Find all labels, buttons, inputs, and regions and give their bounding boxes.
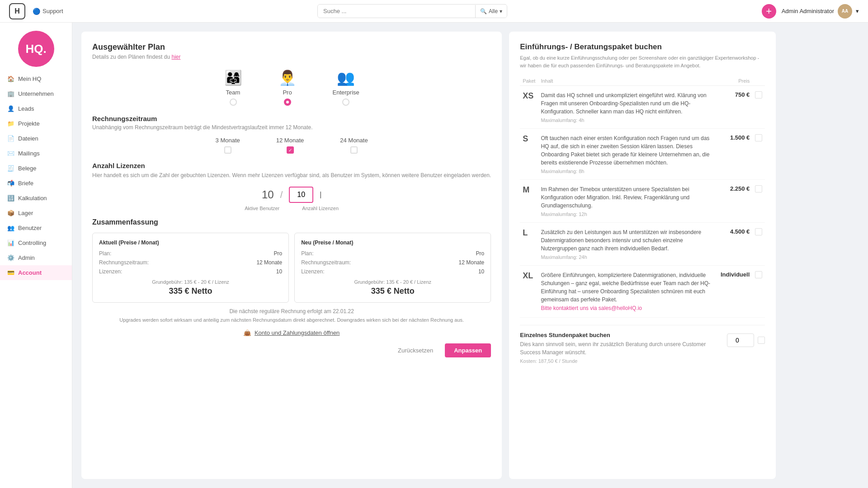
warehouse-icon: 📦	[7, 210, 14, 216]
sidebar-item-belege[interactable]: 🧾 Belege	[0, 161, 72, 176]
plan-option-team[interactable]: 👨‍👩‍👧 Team	[224, 69, 242, 106]
sidebar-item-admin[interactable]: ⚙️ Admin	[0, 250, 72, 265]
new-licenses-label: Lizenzen:	[301, 268, 324, 275]
plan-team-label: Team	[226, 89, 241, 96]
sidebar-item-kalkulation[interactable]: 🔢 Kalkulation	[0, 191, 72, 206]
sidebar-item-lager[interactable]: 📦 Lager	[0, 206, 72, 221]
billing-24m-checkbox[interactable]	[350, 146, 358, 154]
topbar-logo: H	[9, 3, 25, 19]
search-bar: 🔍 Alle ▾	[317, 4, 507, 18]
files-icon: 📄	[7, 135, 14, 142]
calc-icon: 🔢	[7, 195, 14, 202]
upgrade-info-text: Upgrades werden sofort wirksam und antei…	[92, 316, 491, 324]
search-button[interactable]: 🔍 Alle ▾	[475, 5, 507, 18]
size-m: M	[520, 180, 538, 223]
plan-enterprise-label: Enterprise	[333, 89, 359, 96]
new-billing-label: Rechnungszeitraum:	[301, 259, 351, 266]
checkbox-l[interactable]	[755, 228, 762, 235]
current-licenses-value: 10	[276, 268, 282, 275]
sidebar-item-briefe[interactable]: 📬 Briefe	[0, 176, 72, 191]
user-avatar: AA	[838, 4, 852, 19]
billing-12m-checkbox[interactable]: ✓	[287, 146, 294, 154]
billing-3m-checkbox[interactable]	[224, 146, 231, 154]
size-s: S	[520, 129, 538, 180]
price-s: 1.500 €	[718, 129, 752, 180]
price-xs: 750 €	[718, 86, 752, 129]
size-l: L	[520, 223, 538, 266]
summary-new-title: Neu (Preise / Monat)	[301, 239, 484, 246]
plan-enterprise-radio[interactable]	[342, 99, 349, 106]
billing-option-12m[interactable]: 12 Monate ✓	[276, 137, 304, 154]
sidebar-item-leads[interactable]: 👤 Leads	[0, 101, 72, 116]
billing-section-title: Rechnungszeitraum	[92, 115, 491, 122]
wallet-link[interactable]: 👜 Konto und Zahlungsdaten öffnen	[92, 329, 491, 336]
new-licenses-value: 10	[478, 268, 484, 275]
hours-section: Einzelnes Stundenpaket buchen Dies kann …	[520, 325, 765, 364]
hours-cost: Kosten: 187,50 € / Stunde	[520, 358, 722, 364]
user-menu[interactable]: Admin Administrator AA ▾	[782, 4, 859, 19]
support-link[interactable]: 🔵 Support	[33, 8, 63, 15]
settings-icon: ⚙️	[7, 254, 14, 261]
current-billing-value: 12 Monate	[256, 259, 282, 266]
table-row: XL Größere Einführungen, kompliziertere …	[520, 266, 765, 318]
hours-input[interactable]	[727, 333, 754, 347]
billing-option-3m[interactable]: 3 Monate	[216, 137, 240, 154]
consulting-card: Einführungs- / Beratungspaket buchen Ega…	[509, 32, 776, 479]
sidebar-item-unternehmen[interactable]: 🏢 Unternehmen	[0, 86, 72, 101]
billing-option-24m[interactable]: 24 Monate	[340, 137, 368, 154]
licenses-section-subtitle: Hier handelt es sich um die Zahl der geb…	[92, 171, 491, 179]
checkbox-m[interactable]	[755, 185, 762, 192]
hours-checkbox[interactable]	[758, 337, 765, 344]
sidebar-item-dateien[interactable]: 📄 Dateien	[0, 131, 72, 146]
licenses-section-title: Anzahl Lizenzen	[92, 162, 491, 169]
summary-new-box: Neu (Preise / Monat) Plan: Pro Rechnungs…	[294, 233, 491, 303]
plan-subtitle-link[interactable]: hier	[171, 54, 180, 60]
company-icon: 🏢	[7, 90, 14, 97]
license-count-input[interactable]	[289, 187, 313, 203]
summary-current-title: Aktuell (Preise / Monat)	[99, 239, 282, 246]
plan-team-radio[interactable]	[230, 99, 237, 106]
new-plan-value: Pro	[476, 250, 485, 257]
checkbox-s[interactable]	[755, 134, 762, 141]
new-plan-label: Plan:	[301, 250, 313, 257]
mail-icon: ✉️	[7, 150, 14, 157]
sidebar-item-mein-hq[interactable]: 🏠 Mein HQ	[0, 71, 72, 86]
user-chevron-icon: ▾	[856, 8, 859, 14]
sidebar-item-mailings[interactable]: ✉️ Mailings	[0, 146, 72, 161]
controlling-icon: 📊	[7, 239, 14, 246]
leads-icon: 👤	[7, 105, 14, 112]
plan-option-enterprise[interactable]: 👥 Enterprise	[333, 69, 359, 106]
active-users-count: 10	[262, 188, 274, 201]
plan-pro-radio[interactable]	[284, 99, 291, 106]
desc-xl: Größere Einführungen, kompliziertere Dat…	[538, 266, 718, 318]
plan-card-title: Ausgewählter Plan	[92, 42, 491, 52]
sidebar-item-account[interactable]: 💳 Account	[0, 265, 72, 280]
sidebar-item-benutzer[interactable]: 👥 Benutzer	[0, 221, 72, 235]
current-licenses-label: Lizenzen:	[99, 268, 122, 275]
new-billing-value: 12 Monate	[459, 259, 485, 266]
search-input[interactable]	[318, 5, 475, 18]
table-row: S Oft tauchen nach einer ersten Konfigur…	[520, 129, 765, 180]
table-row: L Zusätzlich zu den Leistungen aus M unt…	[520, 223, 765, 266]
add-button[interactable]: +	[762, 4, 776, 19]
checkbox-xs[interactable]	[755, 91, 762, 99]
next-invoice-text: Die nächste reguläre Rechnung erfolgt am…	[92, 308, 491, 314]
billing-3m-label: 3 Monate	[216, 137, 240, 144]
wallet-icon: 👜	[244, 329, 251, 336]
apply-button[interactable]: Anpassen	[445, 343, 491, 357]
plan-pro-label: Pro	[283, 89, 292, 96]
current-grundgeb: Grundgebühr: 135 € - 20 € / Lizenz	[99, 279, 282, 285]
xl-contact-link[interactable]: Bitte kontaktiert uns via sales@helloHQ.…	[541, 305, 642, 311]
price-xl: Individuell	[718, 266, 752, 318]
billing-section-subtitle: Unabhängig vom Rechnungszeitraum beträgt…	[92, 124, 491, 131]
plan-option-pro[interactable]: 👨‍💼 Pro	[278, 69, 297, 106]
sidebar: HQ. 🏠 Mein HQ 🏢 Unternehmen 👤 Leads 📁 Pr…	[0, 23, 72, 488]
col-inhalt: Inhalt	[538, 76, 718, 86]
letter-icon: 📬	[7, 180, 14, 187]
sidebar-item-controlling[interactable]: 📊 Controlling	[0, 235, 72, 250]
col-checkbox	[752, 76, 765, 86]
checkbox-xl[interactable]	[755, 271, 762, 278]
reset-button[interactable]: Zurücksetzen	[391, 343, 440, 357]
desc-l: Zusätzlich zu den Leistungen aus M unter…	[538, 223, 718, 266]
sidebar-item-projekte[interactable]: 📁 Projekte	[0, 116, 72, 131]
